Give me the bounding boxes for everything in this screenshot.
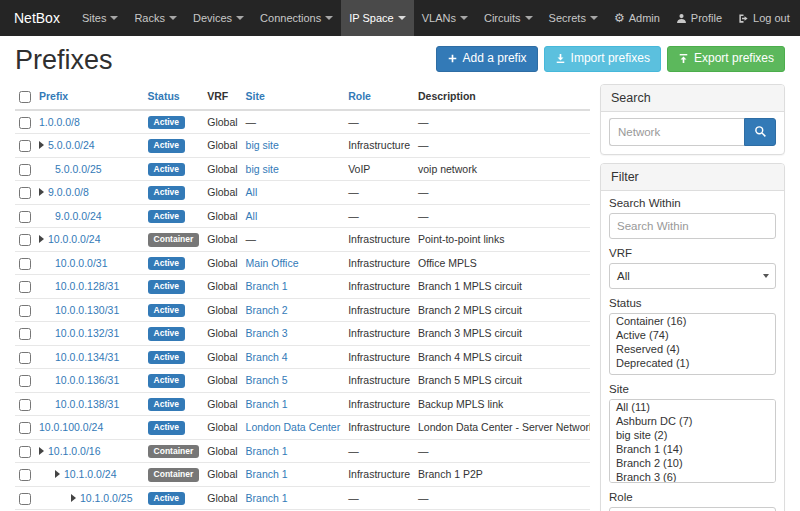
prefix-tree: 10.0.0.0/31 bbox=[39, 257, 108, 269]
nav-item-devices[interactable]: Devices bbox=[185, 0, 252, 36]
row-checkbox[interactable] bbox=[19, 375, 31, 387]
site-link[interactable]: All bbox=[246, 210, 258, 222]
prefix-link[interactable]: 1.0.0.0/8 bbox=[39, 116, 80, 128]
nav-item-label: Log out bbox=[753, 12, 790, 24]
table-row: 10.1.0.0/25ActiveGlobalBranch 1—— bbox=[15, 486, 590, 510]
checkbox-cell bbox=[15, 322, 35, 346]
nav-item-sites[interactable]: Sites bbox=[74, 0, 126, 36]
nav-item-admin[interactable]: ⚙Admin bbox=[606, 0, 668, 36]
prefix-link[interactable]: 10.0.0.138/31 bbox=[55, 398, 119, 410]
site-link[interactable]: Branch 1 bbox=[246, 445, 288, 457]
prefix-link[interactable]: 10.0.0.134/31 bbox=[55, 351, 119, 363]
site-link[interactable]: Branch 1 bbox=[246, 398, 288, 410]
listbox-option[interactable]: Reserved (4) bbox=[610, 342, 775, 356]
caret-down-icon bbox=[398, 16, 406, 20]
row-checkbox[interactable] bbox=[19, 187, 31, 199]
row-checkbox[interactable] bbox=[19, 140, 31, 152]
brand[interactable]: NetBox bbox=[0, 0, 74, 36]
site-link[interactable]: Branch 2 bbox=[246, 304, 288, 316]
column-sort-link[interactable]: Site bbox=[246, 90, 265, 102]
prefix-link[interactable]: 10.0.0.136/31 bbox=[55, 374, 119, 386]
import-prefixes-button[interactable]: Import prefixes bbox=[544, 46, 661, 72]
row-checkbox[interactable] bbox=[19, 469, 31, 481]
listbox-option[interactable]: All (11) bbox=[610, 400, 775, 414]
description-cell: voip network bbox=[414, 157, 590, 181]
prefix-link[interactable]: 10.0.0.132/31 bbox=[55, 327, 119, 339]
filter-listbox-status[interactable]: Container (16)Active (74)Reserved (4)Dep… bbox=[609, 313, 776, 375]
filter-listbox-role[interactable]: Infrastructure (25)Management (8)Private… bbox=[609, 507, 776, 511]
page-header: Prefixes Add a prefixImport prefixesExpo… bbox=[15, 40, 785, 84]
prefix-link[interactable]: 5.0.0.0/24 bbox=[48, 139, 95, 151]
filter-listbox-site[interactable]: All (11)Ashburn DC (7)big site (2)Branch… bbox=[609, 399, 776, 483]
listbox-option[interactable]: Container (16) bbox=[610, 314, 775, 328]
site-link[interactable]: Branch 5 bbox=[246, 374, 288, 386]
site-link[interactable]: Branch 3 bbox=[246, 327, 288, 339]
row-checkbox[interactable] bbox=[19, 164, 31, 176]
site-link[interactable]: Branch 1 bbox=[246, 492, 288, 504]
search-button[interactable] bbox=[744, 118, 776, 146]
row-checkbox[interactable] bbox=[19, 117, 31, 129]
filter-select-vrf[interactable]: All bbox=[609, 263, 776, 289]
prefix-link[interactable]: 9.0.0.0/24 bbox=[55, 210, 102, 222]
site-link[interactable]: Branch 1 bbox=[246, 280, 288, 292]
site-link[interactable]: big site bbox=[246, 139, 279, 151]
row-checkbox[interactable] bbox=[19, 234, 31, 246]
row-checkbox[interactable] bbox=[19, 258, 31, 270]
nav-item-profile[interactable]: Profile bbox=[668, 0, 730, 36]
site-link[interactable]: Branch 4 bbox=[246, 351, 288, 363]
nav-item-log-out[interactable]: Log out bbox=[730, 0, 798, 36]
prefix-link[interactable]: 10.0.0.128/31 bbox=[55, 280, 119, 292]
listbox-option[interactable]: Branch 3 (6) bbox=[610, 470, 775, 483]
nav-item-ip-space[interactable]: IP Space bbox=[341, 0, 413, 36]
prefix-link[interactable]: 10.0.0.0/31 bbox=[55, 257, 108, 269]
prefix-link[interactable]: 10.0.100.0/24 bbox=[39, 421, 103, 433]
checkbox-cell bbox=[15, 181, 35, 205]
row-checkbox[interactable] bbox=[19, 281, 31, 293]
search-input[interactable] bbox=[609, 118, 744, 146]
role-cell: Infrastructure bbox=[344, 228, 414, 252]
status-badge: Active bbox=[148, 492, 186, 506]
site-cell: All bbox=[242, 181, 345, 205]
select-all-checkbox[interactable] bbox=[19, 91, 31, 103]
nav-item-circuits[interactable]: Circuits bbox=[476, 0, 541, 36]
nav-item-vlans[interactable]: VLANs bbox=[414, 0, 476, 36]
prefix-link[interactable]: 9.0.0.0/8 bbox=[48, 186, 89, 198]
nav-item-racks[interactable]: Racks bbox=[126, 0, 185, 36]
prefix-link[interactable]: 10.1.0.0/16 bbox=[48, 445, 101, 457]
row-checkbox[interactable] bbox=[19, 211, 31, 223]
row-checkbox[interactable] bbox=[19, 352, 31, 364]
site-link[interactable]: All bbox=[246, 186, 258, 198]
nav-item-label: IP Space bbox=[349, 12, 393, 24]
row-checkbox[interactable] bbox=[19, 399, 31, 411]
listbox-option[interactable]: Ashburn DC (7) bbox=[610, 414, 775, 428]
prefix-link[interactable]: 10.1.0.0/24 bbox=[64, 468, 117, 480]
listbox-option[interactable]: Deprecated (1) bbox=[610, 356, 775, 370]
prefix-link[interactable]: 5.0.0.0/25 bbox=[55, 163, 102, 175]
row-checkbox[interactable] bbox=[19, 328, 31, 340]
row-checkbox[interactable] bbox=[19, 422, 31, 434]
prefix-link[interactable]: 10.0.0.130/31 bbox=[55, 304, 119, 316]
prefix-link[interactable]: 10.0.0.0/24 bbox=[48, 233, 101, 245]
listbox-option[interactable]: Active (74) bbox=[610, 328, 775, 342]
add-a-prefix-button[interactable]: Add a prefix bbox=[436, 46, 538, 72]
row-checkbox[interactable] bbox=[19, 493, 31, 505]
column-sort-link[interactable]: Status bbox=[148, 90, 180, 102]
prefix-link[interactable]: 10.1.0.0/25 bbox=[80, 492, 133, 504]
site-link[interactable]: Branch 1 bbox=[246, 468, 288, 480]
column-sort-link[interactable]: Role bbox=[348, 90, 371, 102]
nav-item-connections[interactable]: Connections bbox=[252, 0, 341, 36]
site-link[interactable]: London Data Center bbox=[246, 421, 341, 433]
listbox-option[interactable]: Branch 1 (14) bbox=[610, 442, 775, 456]
row-checkbox[interactable] bbox=[19, 305, 31, 317]
checkbox-cell bbox=[15, 157, 35, 181]
listbox-option[interactable]: big site (2) bbox=[610, 428, 775, 442]
row-checkbox[interactable] bbox=[19, 446, 31, 458]
column-sort-link[interactable]: Prefix bbox=[39, 90, 68, 102]
filter-input-search-within[interactable] bbox=[609, 213, 776, 239]
caret-down-icon bbox=[460, 16, 468, 20]
listbox-option[interactable]: Branch 2 (10) bbox=[610, 456, 775, 470]
site-link[interactable]: big site bbox=[246, 163, 279, 175]
nav-item-secrets[interactable]: Secrets bbox=[541, 0, 606, 36]
site-link[interactable]: Main Office bbox=[246, 257, 299, 269]
export-prefixes-button[interactable]: Export prefixes bbox=[667, 46, 785, 72]
